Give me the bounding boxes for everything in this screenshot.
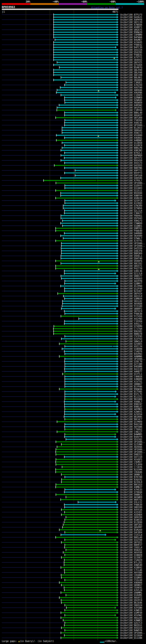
hit-label[interactable]: UniRef100_A7NXU6 [120,24,142,26]
hit-label[interactable]: UniRef100_P27456 [120,315,142,318]
hit-label[interactable]: UniRef100_C1EDE5 [120,94,142,96]
hit-label[interactable]: UniRef100_A0ZFP8 [120,280,142,282]
hit-label[interactable]: UniRef100_Q43621 [120,16,142,18]
hit-label[interactable]: UniRef100_B8LRK1 [120,76,142,79]
hit-label[interactable]: UniRef100_B9YPT3 [120,172,142,174]
hit-label[interactable]: UniRef100_A9IG54 [120,627,142,629]
hit-label[interactable]: UniRef100_Q1YMX9 [120,420,142,423]
hit-label[interactable]: UniRef100_Q2G7C3 [120,622,142,624]
hit-label[interactable]: UniRef100_B8IEG1 [120,624,142,627]
hit-label[interactable]: UniRef100_Q40506 [120,177,142,179]
hit-label[interactable]: UniRef100_A6V6D8 [120,302,142,305]
hit-label[interactable]: UniRef100_P80461 [120,214,142,217]
hit-label[interactable]: UniRef100_C7J7Q4 [120,328,142,330]
hit-label[interactable]: UniRef100_B8HP27 [120,544,142,546]
hit-label[interactable]: UniRef100_A9MB27 [120,486,142,488]
hit-label[interactable]: UniRef100_UPI000.. [120,124,145,126]
hit-label[interactable]: UniRef100_Q87XC9 [120,310,142,312]
hit-label[interactable]: UniRef100_A5V9W2 [120,614,142,616]
hit-label[interactable]: UniRef100_B6JE06 [120,602,142,604]
hit-label[interactable]: UniRef100_A3WWE3 [120,619,142,622]
hit-label[interactable]: UniRef100_Q7WJR9 [120,204,142,207]
hit-label[interactable]: UniRef100_B4W5Y9 [120,629,142,632]
hit-label[interactable]: UniRef100_Q0VPM7 [120,526,142,529]
hit-label[interactable]: UniRef100_A3JDQ3 [120,202,142,204]
hit-label[interactable]: UniRef100_C5BIK6 [120,119,142,122]
hit-label[interactable]: UniRef100_Q2T1W9 [120,363,142,365]
hit-label[interactable]: UniRef100_B7RZL1 [120,152,142,154]
hit-label[interactable]: UniRef100_Q07Q51 [120,541,142,544]
hit-label[interactable]: UniRef100_B8KL40 [120,112,142,114]
hit-label[interactable]: UniRef100_Q42955 [120,164,142,167]
hit-label[interactable]: UniRef100_Q6UQ06 [120,79,142,81]
hit-label[interactable]: UniRef100_UPI000.. [120,448,145,451]
hit-label[interactable]: UniRef100_A6EW50 [120,102,142,104]
hit-label[interactable]: UniRef100_A0YXB0 [120,571,142,574]
hit-label[interactable]: UniRef100_A2XAX5 [120,41,142,44]
hit-label[interactable]: UniRef100_Q0GA75 [120,28,142,31]
hit-label[interactable]: UniRef100_A5BEF1 [120,26,142,28]
hit-label[interactable]: UniRef100_Q0BB67 [120,383,142,386]
hit-label[interactable]: UniRef100_Q8S5T1 [120,265,142,267]
hit-label[interactable]: UniRef100_Q2W6Q5 [120,99,142,102]
hit-label[interactable]: UniRef100_B9RWJ9 [120,31,142,34]
hit-label[interactable]: UniRef100_A6GLK6 [120,616,142,619]
hit-label[interactable]: UniRef100_Q1NAE8 [120,554,142,556]
hit-label[interactable]: UniRef100_Q5FQ43 [120,217,142,220]
hit-label[interactable]: UniRef100_Q3KC36 [120,270,142,272]
hit-label[interactable]: UniRef100_B1WVI4 [120,518,142,521]
hit-label[interactable]: UniRef100_A6SWK9 [120,496,142,498]
hit-label[interactable]: UniRef100_A7HS33 [120,488,142,491]
hit-label[interactable]: UniRef100_Q3MAX4 [120,298,142,300]
hit-label[interactable]: UniRef100_A1B892 [120,566,142,569]
hit-label[interactable]: UniRef100_A4U0Q1 [120,136,142,139]
hit-label[interactable]: UniRef100_A5JPR0 [120,285,142,288]
hit-label[interactable]: UniRef100_C4WJ17 [120,431,142,433]
hit-label[interactable]: UniRef100_Q98MM1 [120,592,142,594]
hit-label[interactable]: UniRef100_A3WD15 [120,609,142,612]
hit-label[interactable]: UniRef100_Q2IUN0 [120,443,142,446]
hit-label[interactable]: UniRef100_B9QW36 [120,388,142,390]
hit-label[interactable]: UniRef100_B4VPB3 [120,353,142,355]
hit-label[interactable]: UniRef100_A7KZX9 [120,84,142,86]
hit-label[interactable]: UniRef100_C5X1L8 [120,534,142,536]
hit-label[interactable]: UniRef100_A9IS73 [120,162,142,164]
hit-label[interactable]: UniRef100_Q072J9 [120,21,142,24]
hit-label[interactable]: UniRef100_B2S5M4 [120,468,142,471]
hit-label[interactable]: UniRef100_Q4ZS59 [120,247,142,250]
hit-label[interactable]: UniRef100_A3VSJ4 [120,589,142,592]
hit-label[interactable]: UniRef100_B7L2D2 [120,561,142,564]
hit-label[interactable]: UniRef100_A6GAS7 [120,114,142,116]
hit-label[interactable]: UniRef100_Q5S3Q2 [120,438,142,441]
hit-label[interactable]: UniRef100_C6QCL4 [120,546,142,549]
hit-label[interactable]: UniRef100_O86924 [120,604,142,606]
hit-label[interactable]: UniRef100_C9UM27 [120,461,142,463]
hit-label[interactable]: UniRef100_A6X0Q6 [120,446,142,448]
hit-label[interactable]: UniRef100_UPI000.. [120,441,145,443]
hit-label[interactable]: UniRef100_B0CGG3 [120,484,142,486]
hit-label[interactable]: UniRef100_A9RJN3 [120,149,142,152]
hit-label[interactable]: UniRef100_UPI000.. [120,242,145,245]
hit-label[interactable]: UniRef100_Q8LPA8 [120,71,142,74]
hit-label[interactable]: UniRef100_A1V7X1 [120,380,142,383]
hit-label[interactable]: UniRef100_Q11IB8 [120,637,142,639]
hit-label[interactable]: UniRef100_A0NMN6 [120,355,142,358]
hit-label[interactable]: UniRef100_A9STA0 [120,86,142,89]
hit-label[interactable]: UniRef100_UPI000.. [120,451,145,453]
hit-label[interactable]: UniRef100_B4FWU6 [120,36,142,38]
hit-label[interactable]: UniRef100_B7K700 [120,476,142,478]
hit-label[interactable]: UniRef100_Q0FZK5 [120,524,142,526]
hit-label[interactable]: UniRef100_Q7VWS6 [120,207,142,210]
hit-label[interactable]: UniRef100_Q7XEM9 [120,325,142,328]
hit-label[interactable]: UniRef100_Q1GTU0 [120,539,142,541]
hit-label[interactable]: UniRef100_B4X1V8 [120,423,142,426]
hit-label[interactable]: UniRef100_Q01FA2 [120,106,142,109]
hit-label[interactable]: UniRef100_Q8DIH9 [120,506,142,508]
hit-label[interactable]: UniRef100_C1MY69 [120,109,142,112]
hit-label[interactable]: UniRef100_Q8W1L0 [120,340,142,343]
hit-label[interactable]: UniRef100_Q072K0 [120,116,142,119]
hit-label[interactable]: UniRef100_Q9M7Q1 [120,227,142,230]
hit-label[interactable]: UniRef100_A1VT63 [120,338,142,340]
hit-label[interactable]: UniRef100_A0KB77 [120,370,142,373]
hit-label[interactable]: UniRef100_Q6F4I5 [120,61,142,64]
